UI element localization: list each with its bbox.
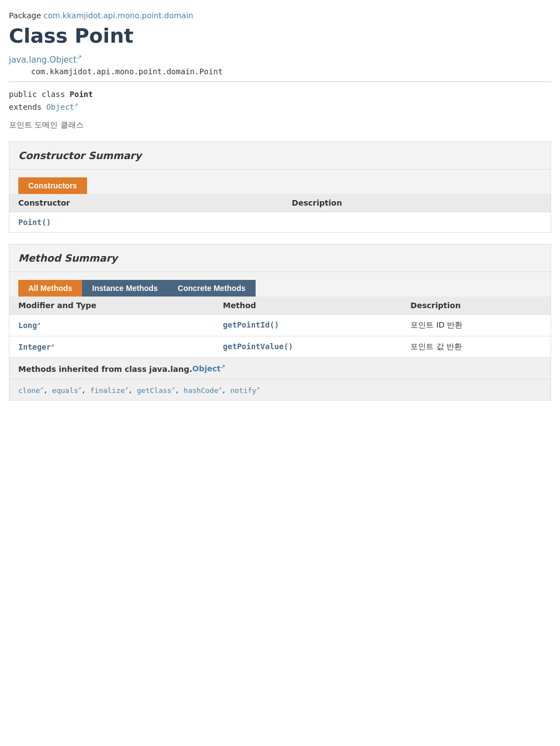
modifier-cell: Integer <box>9 336 214 357</box>
instance-methods-tab[interactable]: Instance Methods <box>82 280 167 297</box>
inheritance-chain: java.lang.Object <box>9 54 551 65</box>
method-table: Modifier and Type Method Description Lon… <box>9 297 551 357</box>
class-description: 포인트 도메인 클래스 <box>9 120 551 130</box>
constructor-tab-bar: Constructors <box>9 170 551 194</box>
method-description-cell: 포인트 값 반환 <box>401 336 551 357</box>
constructor-table-header-row: Constructor Description <box>9 194 551 212</box>
inherited-section: Methods inherited from class java.lang.O… <box>9 357 551 400</box>
package-link[interactable]: com.kkamjidot.api.mono.point.domain <box>43 11 193 20</box>
method-table-header-row: Modifier and Type Method Description <box>9 297 551 315</box>
description-col-header: Description <box>283 194 551 212</box>
method-summary-header: Method Summary <box>9 244 551 272</box>
constructor-summary-section: Constructor Summary Constructors Constru… <box>9 141 551 233</box>
package-line: Package com.kkamjidot.api.mono.point.dom… <box>9 11 551 20</box>
constructor-description-cell <box>283 212 551 232</box>
method-cell: getPointValue() <box>214 336 401 357</box>
all-methods-tab[interactable]: All Methods <box>18 280 82 297</box>
constructor-cell: Point() <box>9 212 283 232</box>
clone-method-link[interactable]: clone <box>18 386 43 395</box>
equals-method-link[interactable]: equals <box>52 386 82 395</box>
signature-classname: Point <box>70 90 93 99</box>
extends-line: extends Object <box>9 101 551 111</box>
package-label: Package <box>9 11 41 20</box>
method-summary-section: Method Summary All Methods Instance Meth… <box>9 244 551 401</box>
extends-link[interactable]: Object <box>46 103 78 111</box>
table-row: Point() <box>9 212 551 232</box>
concrete-methods-tab[interactable]: Concrete Methods <box>168 280 256 297</box>
method-tab-bar: All Methods Instance Methods Concrete Me… <box>9 272 551 297</box>
method-description-col-header: Description <box>401 297 551 315</box>
method-col-header: Method <box>214 297 401 315</box>
get-point-value-link[interactable]: getPointValue() <box>223 342 293 351</box>
signature-prefix: public class <box>9 90 70 99</box>
constructor-table: Constructor Description Point() <box>9 194 551 232</box>
table-row: Integer getPointValue() 포인트 값 반환 <box>9 336 551 357</box>
integer-type-link[interactable]: Integer <box>18 343 54 351</box>
inherited-header-prefix: Methods inherited from class java.lang. <box>18 364 192 373</box>
getclass-method-link[interactable]: getClass <box>137 386 175 395</box>
class-full-path: com.kkamjidot.api.mono.point.domain.Poin… <box>9 67 551 76</box>
inherited-header: Methods inherited from class java.lang.O… <box>9 358 551 379</box>
get-point-id-link[interactable]: getPointId() <box>223 320 279 329</box>
extends-keyword: extends <box>9 103 46 111</box>
modifier-cell: Long <box>9 314 214 336</box>
method-description-cell: 포인트 ID 반환 <box>401 314 551 336</box>
class-signature: public class Point <box>9 90 551 99</box>
object-link[interactable]: Object <box>192 364 226 373</box>
long-type-link[interactable]: Long <box>18 321 40 330</box>
constructor-summary-header: Constructor Summary <box>9 142 551 170</box>
parent-class-link[interactable]: java.lang.Object <box>9 55 82 65</box>
constructors-tab[interactable]: Constructors <box>18 177 87 194</box>
table-row: Long getPointId() 포인트 ID 반환 <box>9 314 551 336</box>
hashcode-method-link[interactable]: hashCode <box>184 386 222 395</box>
modifier-col-header: Modifier and Type <box>9 297 214 315</box>
class-title: Class Point <box>9 24 551 47</box>
notify-method-link[interactable]: notify <box>230 386 259 395</box>
constructor-col-header: Constructor <box>9 194 283 212</box>
inherited-methods-list: clone, equals, finalize, getClass, hashC… <box>9 379 551 400</box>
finalize-method-link[interactable]: finalize <box>90 386 128 395</box>
method-cell: getPointId() <box>214 314 401 336</box>
divider <box>9 81 551 82</box>
constructor-link[interactable]: Point() <box>18 218 51 227</box>
